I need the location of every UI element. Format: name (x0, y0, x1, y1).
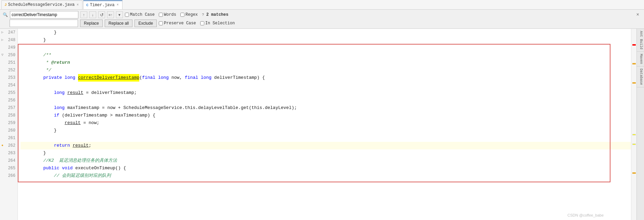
editor-main: ▷247 ▷248 249 ▽250 251 252 253 254 255 2… (0, 29, 644, 220)
code-line-259: result = now; (21, 119, 631, 127)
code-line-260: } (21, 127, 631, 134)
code-line-256 (21, 97, 631, 104)
code-line-266: // 会到延迟级别对应的队列 (21, 172, 631, 180)
in-selection-option[interactable]: In Selection (200, 21, 235, 26)
tab-schedulemessageservice[interactable]: J ScheduleMessageService.java × (1, 0, 82, 9)
nav-prev-button[interactable]: ↑ (80, 11, 87, 18)
line-num-262: ●262 (0, 142, 17, 149)
exclude-button[interactable]: Exclude (134, 20, 157, 27)
preserve-case-option[interactable]: Preserve Case (159, 21, 196, 26)
code-line-252: */ (21, 66, 631, 74)
right-panel-tabs: Ant Build Maven Database (636, 29, 644, 220)
highlight-marker-1 (632, 134, 636, 135)
preserve-case-checkbox[interactable] (159, 21, 163, 25)
warning-marker-1 (632, 63, 636, 64)
warning-marker-3 (632, 172, 636, 174)
line-num-264: 264 (0, 157, 17, 164)
line-num-258: 258 (0, 112, 17, 119)
matches-count: 2 matches (206, 12, 229, 17)
close-find-button[interactable]: × (634, 11, 641, 18)
preserve-case-label: Preserve Case (164, 21, 196, 26)
ant-build-panel-tab[interactable]: Ant Build (637, 29, 644, 52)
words-label: Words (164, 12, 176, 17)
error-marker-1 (632, 44, 636, 46)
code-line-264: //K2 延迟消息处理任务的具体方法 (21, 157, 631, 164)
tab-close-2[interactable]: × (116, 3, 119, 7)
match-case-label: Match Case (130, 12, 155, 17)
nav-filter1-button[interactable]: ≡↑ (107, 11, 114, 18)
tab-close-1[interactable]: × (76, 3, 79, 7)
find-row-2: Replace Replace all Exclude Preserve Cas… (3, 20, 641, 27)
line-num-252: 252 (0, 66, 17, 74)
line-num-266: 266 (0, 172, 17, 180)
tab-label-2: Timer.java (90, 3, 115, 8)
line-num-257: 257 (0, 104, 17, 112)
error-stripe (631, 29, 636, 220)
match-case-checkbox[interactable] (125, 13, 129, 17)
line-num-261: 261 (0, 134, 17, 142)
regex-label: Regex (185, 12, 198, 17)
tab-bar: J ScheduleMessageService.java × C Timer.… (0, 0, 644, 10)
watermark: CSDN @coffee_babe (567, 213, 604, 217)
database-panel-tab[interactable]: Database (637, 66, 644, 87)
words-option[interactable]: Words (159, 12, 176, 17)
warning-marker-2 (632, 82, 636, 84)
code-line-255: long result = deliverTimestamp; (21, 89, 631, 97)
nav-next-button[interactable]: ↓ (89, 11, 96, 18)
replace-all-button[interactable]: Replace all (105, 20, 132, 27)
line-num-248: ▷248 (0, 36, 17, 44)
words-checkbox[interactable] (159, 13, 163, 17)
code-line-263: } (21, 149, 631, 157)
fold-icon-250[interactable]: ▽ (1, 51, 3, 59)
replace-input[interactable] (11, 21, 69, 26)
line-num-260: 260 (0, 127, 17, 134)
highlight-marker-2 (632, 144, 636, 145)
in-selection-checkbox[interactable] (200, 21, 204, 25)
search-options: Match Case Words Regex ? (125, 12, 204, 17)
line-numbers: ▷247 ▷248 249 ▽250 251 252 253 254 255 2… (0, 29, 18, 220)
code-line-262: return result; (21, 142, 631, 149)
help-icon[interactable]: ? (202, 13, 204, 17)
line-num-250: ▽250 (0, 51, 17, 59)
fold-icon-248[interactable]: ▷ (1, 36, 3, 44)
replace-button[interactable]: Replace (80, 20, 103, 27)
search-icon: 🔍 (3, 12, 8, 17)
replace-options: Preserve Case In Selection (159, 21, 235, 26)
line-num-249: 249 (0, 44, 17, 51)
find-row-1: 🔍 ↑ ↓ ↺ ≡↑ ▼ Match Case Words Regex ? (3, 11, 641, 19)
code-area[interactable]: } } /** * @return */ (18, 29, 631, 220)
code-line-258: if (deliverTimestamp > maxTimestamp) { (21, 112, 631, 119)
nav-history-button[interactable]: ↺ (98, 11, 105, 18)
java-icon: J (4, 3, 7, 7)
tab-timer[interactable]: C Timer.java × (83, 0, 123, 9)
match-case-option[interactable]: Match Case (125, 12, 155, 17)
line-num-265: 265 (0, 164, 17, 172)
c-icon: C (86, 3, 89, 7)
search-input-wrapper (10, 11, 78, 19)
code-line-253: private long correctDeliverTimestamp(fin… (21, 74, 631, 82)
tab-label-1: ScheduleMessageService.java (8, 2, 75, 7)
line-num-254: 254 (0, 82, 17, 89)
regex-checkbox[interactable] (180, 13, 184, 17)
search-input[interactable] (12, 12, 70, 17)
code-line-248: } (21, 36, 631, 44)
line-num-247: ▷247 (0, 29, 17, 36)
regex-option[interactable]: Regex (180, 12, 198, 17)
line-num-253: 253 (0, 74, 17, 82)
warning-icon-262: ● (1, 142, 3, 149)
editor-container: ▷247 ▷248 249 ▽250 251 252 253 254 255 2… (0, 29, 644, 220)
code-line-247: } (21, 29, 631, 36)
code-line-250: /** (21, 51, 631, 59)
fold-icon-247[interactable]: ▷ (1, 29, 3, 36)
code-line-254 (21, 82, 631, 89)
line-num-255: 255 (0, 89, 17, 97)
line-num-256: 256 (0, 97, 17, 104)
line-num-263: 263 (0, 149, 17, 157)
code-line-261 (21, 134, 631, 142)
nav-filter2-button[interactable]: ▼ (116, 11, 123, 18)
code-line-257: long maxTimestamp = now + ScheduleMessag… (21, 104, 631, 112)
in-selection-label: In Selection (205, 21, 235, 26)
line-num-259: 259 (0, 119, 17, 127)
find-replace-bar: 🔍 ↑ ↓ ↺ ≡↑ ▼ Match Case Words Regex ? (0, 10, 644, 29)
maven-panel-tab[interactable]: Maven (637, 52, 644, 66)
